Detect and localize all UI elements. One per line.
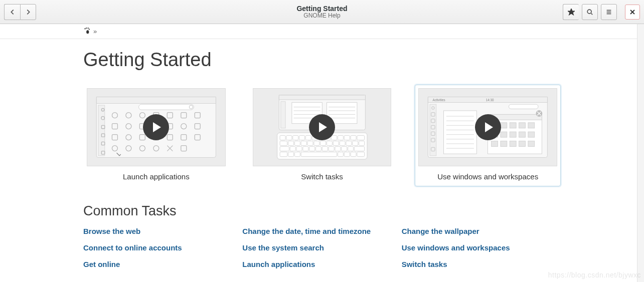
svg-rect-76 [357,135,365,140]
page-title: Getting Started [83,49,561,71]
svg-point-10 [86,28,87,29]
forward-button[interactable] [20,4,36,20]
scrollbar-gutter[interactable] [637,24,644,282]
header-right-buttons [563,4,640,20]
svg-rect-114 [509,104,539,109]
hamburger-icon [605,9,612,16]
svg-rect-145 [492,141,498,146]
headerbar: Getting Started GNOME Help [0,0,644,24]
svg-rect-65 [286,135,292,140]
task-col-3: Change the wallpaper Use windows and wor… [402,227,561,268]
search-button[interactable] [582,4,598,20]
task-windows-ws[interactable]: Use windows and workspaces [402,243,510,252]
task-switch-tasks[interactable]: Switch tasks [402,260,447,268]
task-col-2: Change the date, time and timezone Use t… [242,227,401,268]
svg-rect-89 [359,141,364,145]
svg-rect-77 [280,141,287,145]
card-use-windows-workspaces[interactable]: Activities 14:30 [415,85,561,186]
breadcrumb: » [0,24,644,39]
svg-point-1 [587,10,591,14]
card-thumb: Activities 14:30 [418,88,557,166]
svg-rect-102 [280,152,287,156]
svg-rect-14 [96,97,216,104]
svg-rect-79 [294,141,300,145]
task-wallpaper[interactable]: Change the wallpaper [402,227,479,235]
task-system-search[interactable]: Use the system search [242,243,324,252]
svg-rect-83 [320,141,326,145]
svg-rect-66 [292,135,298,140]
gnome-foot-icon[interactable] [83,27,90,36]
card-launch-applications[interactable]: Launch applications [83,85,229,186]
svg-rect-96 [322,146,328,151]
svg-rect-108 [351,152,356,156]
svg-rect-80 [301,141,306,145]
svg-rect-123 [444,111,477,154]
svg-rect-82 [314,141,319,145]
card-switch-tasks[interactable]: Switch tasks [249,85,395,186]
svg-rect-87 [346,141,352,145]
svg-rect-141 [501,132,507,137]
svg-rect-109 [357,152,365,156]
menu-button[interactable] [601,4,617,20]
svg-rect-84 [327,141,332,145]
svg-rect-107 [344,152,350,156]
svg-rect-104 [294,152,300,156]
svg-point-11 [87,28,88,29]
card-thumb [253,88,392,166]
svg-rect-68 [305,135,311,140]
svg-rect-15 [139,104,194,110]
svg-rect-138 [519,123,526,128]
back-button[interactable] [4,4,20,20]
close-button[interactable] [625,5,640,20]
svg-rect-106 [338,152,343,156]
task-online-accounts[interactable]: Connect to online accounts [83,243,182,252]
chevron-left-icon [9,9,16,16]
card-caption: Switch tasks [253,172,392,181]
svg-rect-95 [315,146,321,151]
svg-rect-74 [344,135,350,140]
play-icon [475,114,501,140]
svg-rect-105 [301,152,337,156]
svg-rect-91 [290,146,295,151]
svg-rect-98 [335,146,341,151]
svg-text:14:30: 14:30 [486,98,494,102]
svg-rect-148 [519,141,526,146]
svg-rect-142 [510,132,517,137]
task-col-1: Browse the web Connect to online account… [83,227,242,268]
task-launch-apps[interactable]: Launch applications [242,260,315,268]
svg-rect-143 [519,132,526,137]
chevron-right-icon [25,9,32,16]
svg-rect-88 [352,141,358,145]
svg-rect-94 [309,146,314,151]
svg-rect-103 [288,152,293,156]
svg-rect-136 [501,123,507,128]
svg-rect-100 [348,146,353,151]
svg-rect-97 [329,146,334,151]
task-get-online[interactable]: Get online [83,260,120,268]
svg-rect-73 [338,135,343,140]
svg-rect-72 [331,135,337,140]
svg-rect-92 [296,146,302,151]
content-area: Getting Started [0,39,644,268]
window-subtitle: GNOME Help [0,12,644,19]
task-browse-web[interactable]: Browse the web [83,227,140,235]
star-icon [568,9,575,16]
close-icon [629,9,635,15]
search-icon [586,9,593,16]
svg-rect-78 [288,141,293,145]
card-thumb [87,88,226,166]
window-title: Getting Started [0,5,644,13]
svg-rect-139 [528,123,535,128]
play-icon [309,114,335,140]
card-caption: Launch applications [87,172,226,181]
svg-rect-67 [299,135,304,140]
svg-rect-137 [510,123,517,128]
section-common-tasks: Common Tasks [83,203,561,219]
bookmark-button[interactable] [563,4,579,20]
svg-rect-75 [351,135,356,140]
svg-point-9 [84,28,85,29]
svg-rect-93 [303,146,308,151]
svg-rect-144 [528,132,535,137]
svg-rect-146 [501,141,507,146]
task-date-time[interactable]: Change the date, time and timezone [242,227,371,235]
